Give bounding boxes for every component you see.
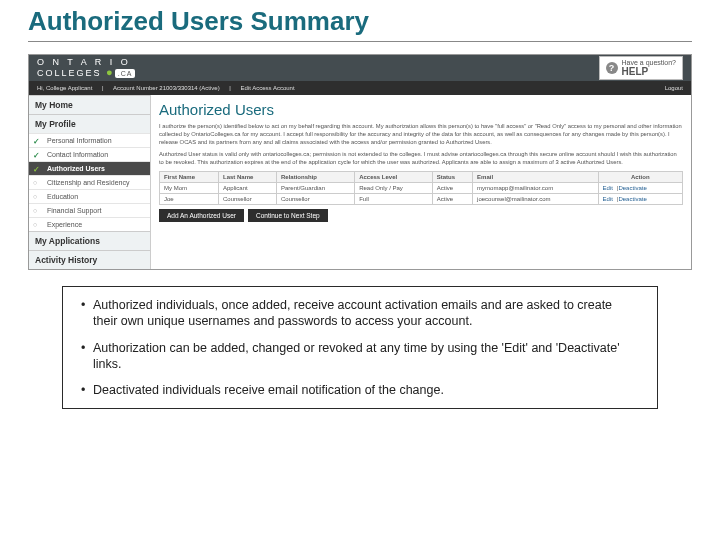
- content: Authorized Users I authorize the person(…: [151, 95, 691, 269]
- cell-em: mymomapp@mailinator.com: [473, 182, 598, 193]
- page-heading: Authorized Users: [159, 101, 683, 118]
- authorized-users-table: First Name Last Name Relationship Access…: [159, 171, 683, 205]
- nav-my-home[interactable]: My Home: [29, 95, 150, 114]
- logo-dot: ●: [106, 66, 115, 78]
- app-screenshot: O N T A R I O COLLEGES ●.CA ? Have a que…: [28, 54, 692, 270]
- cell-fn: Joe: [160, 193, 219, 204]
- cell-st: Active: [432, 193, 472, 204]
- nav-activity-history[interactable]: Activity History: [29, 250, 150, 269]
- nav-my-applications[interactable]: My Applications: [29, 231, 150, 250]
- nav-authorized-users[interactable]: Authorized Users: [29, 161, 150, 175]
- auth-para-1: I authorize the person(s) identified bel…: [159, 122, 683, 146]
- th-action: Action: [598, 171, 682, 182]
- cell-ln: Applicant: [218, 182, 276, 193]
- logout-link[interactable]: Logout: [665, 85, 683, 91]
- table-row: Joe Counsellor Counsellor Full Active jo…: [160, 193, 683, 204]
- account-number: Account Number 21003/330314 (Active): [113, 85, 220, 91]
- nav-citizenship[interactable]: Citizenship and Residency: [29, 175, 150, 189]
- logo-ca: .CA: [115, 69, 136, 78]
- logo-line1: O N T A R I O: [37, 58, 135, 67]
- add-authorized-user-button[interactable]: Add An Authorized User: [159, 209, 244, 222]
- edit-link[interactable]: Edit: [603, 185, 613, 191]
- nav-personal-info[interactable]: Personal Information: [29, 133, 150, 147]
- cell-em: joecounsel@mailinator.com: [473, 193, 598, 204]
- greeting: Hi, College Applicant: [37, 85, 92, 91]
- bullet-2: Authorization can be added, changed or r…: [81, 340, 639, 373]
- topbar: O N T A R I O COLLEGES ●.CA ? Have a que…: [29, 55, 691, 81]
- table-header-row: First Name Last Name Relationship Access…: [160, 171, 683, 182]
- th-status: Status: [432, 171, 472, 182]
- th-accesslevel: Access Level: [355, 171, 433, 182]
- deactivate-link[interactable]: Deactivate: [618, 185, 646, 191]
- nav-my-profile[interactable]: My Profile: [29, 114, 150, 133]
- cell-fn: My Mom: [160, 182, 219, 193]
- edit-link[interactable]: Edit: [603, 196, 613, 202]
- logo-line2: COLLEGES: [37, 68, 102, 78]
- bullet-3: Deactivated individuals receive email no…: [81, 382, 639, 398]
- help-button[interactable]: ? Have a question? HELP: [599, 56, 683, 80]
- help-icon: ?: [606, 62, 618, 74]
- th-relationship: Relationship: [276, 171, 354, 182]
- subbar: Hi, College Applicant | Account Number 2…: [29, 81, 691, 95]
- cell-lvl: Full: [355, 193, 433, 204]
- help-big: HELP: [622, 66, 676, 77]
- th-firstname: First Name: [160, 171, 219, 182]
- continue-next-step-button[interactable]: Continue to Next Step: [248, 209, 328, 222]
- cell-st: Active: [432, 182, 472, 193]
- nav-contact-info[interactable]: Contact Information: [29, 147, 150, 161]
- cell-rel: Parent/Guardian: [276, 182, 354, 193]
- th-email: Email: [473, 171, 598, 182]
- cell-rel: Counsellor: [276, 193, 354, 204]
- nav-experience[interactable]: Experience: [29, 217, 150, 231]
- summary-callout: Authorized individuals, once added, rece…: [62, 286, 658, 409]
- nav-education[interactable]: Education: [29, 189, 150, 203]
- help-small: Have a question?: [622, 59, 676, 66]
- auth-para-2: Authorized User status is valid only wit…: [159, 150, 683, 166]
- deactivate-link[interactable]: Deactivate: [618, 196, 646, 202]
- bullet-1: Authorized individuals, once added, rece…: [81, 297, 639, 330]
- logo[interactable]: O N T A R I O COLLEGES ●.CA: [37, 58, 135, 78]
- cell-lvl: Read Only / Pay: [355, 182, 433, 193]
- th-lastname: Last Name: [218, 171, 276, 182]
- title-rule: [28, 41, 692, 42]
- sidebar: My Home My Profile Personal Information …: [29, 95, 151, 269]
- slide-title: Authorized Users Summary: [28, 6, 692, 37]
- nav-financial[interactable]: Financial Support: [29, 203, 150, 217]
- cell-ln: Counsellor: [218, 193, 276, 204]
- edit-access-link[interactable]: Edit Access Account: [241, 85, 295, 91]
- table-row: My Mom Applicant Parent/Guardian Read On…: [160, 182, 683, 193]
